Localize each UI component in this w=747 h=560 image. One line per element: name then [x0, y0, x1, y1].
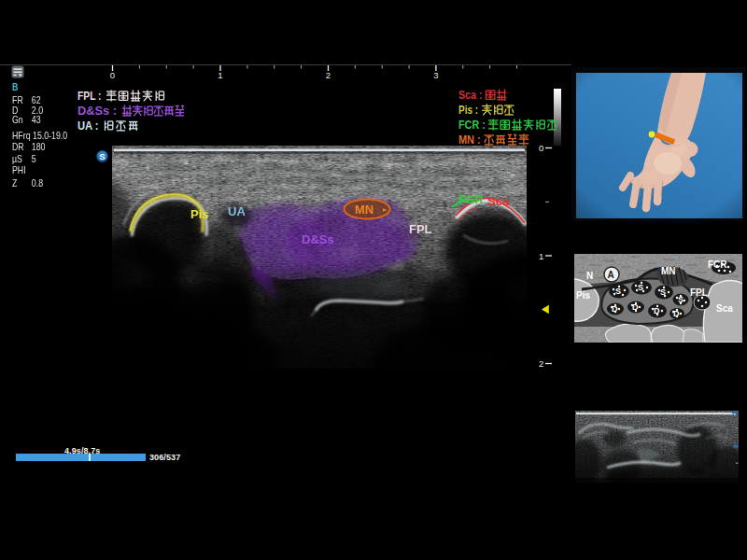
svg-text:S: S: [660, 287, 666, 297]
svg-text:Pis: Pis: [190, 207, 209, 221]
svg-text:UA :: UA :: [78, 119, 99, 133]
svg-text:S: S: [615, 287, 621, 296]
svg-text:D: D: [654, 306, 660, 315]
svg-text:A: A: [608, 270, 614, 280]
svg-text:Pis: Pis: [576, 290, 590, 301]
svg-text:Pis :: Pis :: [458, 103, 478, 117]
svg-text:D: D: [612, 304, 618, 314]
svg-text:MN: MN: [661, 266, 676, 276]
svg-text:MN :: MN :: [458, 133, 481, 147]
svg-text:S: S: [638, 283, 643, 292]
svg-text:D: D: [632, 302, 639, 312]
svg-text:2: 2: [539, 358, 543, 369]
svg-text:D&Ss :: D&Ss :: [78, 104, 117, 118]
svg-text:FCR: FCR: [708, 259, 727, 270]
svg-text:1: 1: [539, 251, 543, 261]
svg-text:FCR: FCR: [458, 192, 484, 206]
svg-text:Sca :: Sca :: [458, 88, 483, 102]
svg-text:FCR :: FCR :: [458, 118, 486, 132]
svg-text:FPL :: FPL :: [78, 89, 102, 103]
svg-text:UA: UA: [228, 204, 246, 218]
svg-text:Sca: Sca: [487, 194, 510, 208]
svg-text:MN: MN: [355, 203, 374, 217]
svg-text:S: S: [678, 295, 684, 304]
svg-text:FPL: FPL: [409, 222, 432, 236]
svg-text:D&Ss: D&Ss: [302, 232, 334, 246]
svg-text:Sca: Sca: [716, 303, 733, 314]
svg-text:N: N: [586, 271, 593, 281]
svg-text:D: D: [673, 309, 680, 318]
svg-text:FPL: FPL: [690, 287, 708, 298]
